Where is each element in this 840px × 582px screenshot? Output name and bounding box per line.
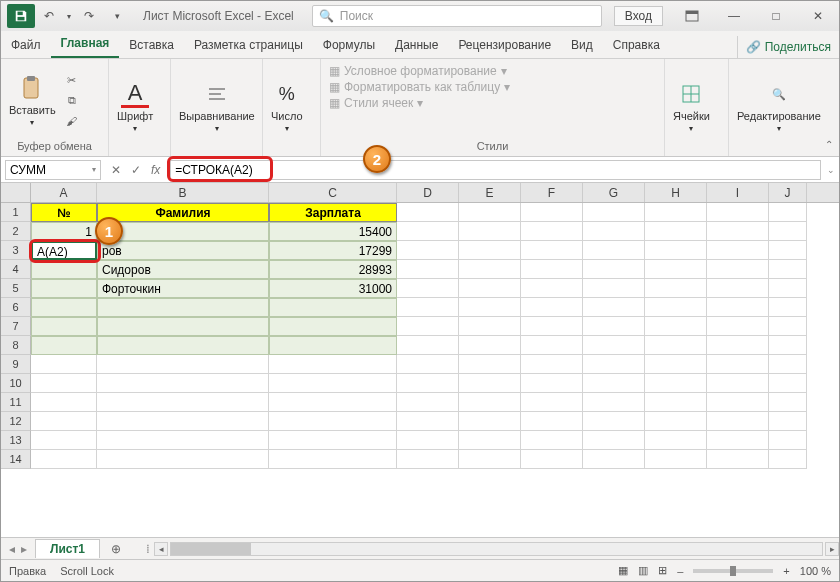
cell[interactable] bbox=[769, 298, 807, 317]
cell[interactable] bbox=[459, 412, 521, 431]
cell-C2[interactable]: 15400 bbox=[269, 222, 397, 241]
tab-home[interactable]: Главная bbox=[51, 30, 120, 58]
cell[interactable] bbox=[645, 336, 707, 355]
cell[interactable] bbox=[269, 450, 397, 469]
hdr-name[interactable]: Фамилия bbox=[97, 203, 269, 222]
cell[interactable] bbox=[707, 222, 769, 241]
cell[interactable] bbox=[769, 393, 807, 412]
cell[interactable] bbox=[583, 431, 645, 450]
cell-C5[interactable]: 31000 bbox=[269, 279, 397, 298]
row-header[interactable]: 6 bbox=[1, 298, 31, 317]
cell[interactable] bbox=[645, 431, 707, 450]
cell[interactable] bbox=[707, 393, 769, 412]
cell[interactable] bbox=[707, 298, 769, 317]
cell[interactable] bbox=[521, 431, 583, 450]
hscroll-thumb[interactable] bbox=[171, 543, 251, 555]
cell[interactable] bbox=[397, 412, 459, 431]
cell[interactable] bbox=[645, 393, 707, 412]
view-pagelayout-icon[interactable]: ▥ bbox=[638, 564, 648, 577]
col-D[interactable]: D bbox=[397, 183, 459, 202]
cell[interactable] bbox=[97, 298, 269, 317]
cell[interactable] bbox=[31, 317, 97, 336]
row-header[interactable]: 8 bbox=[1, 336, 31, 355]
cell-B2[interactable]: в bbox=[97, 222, 269, 241]
cell[interactable] bbox=[397, 203, 459, 222]
enter-icon[interactable]: ✓ bbox=[131, 163, 141, 177]
hscroll-left-icon[interactable]: ◂ bbox=[154, 542, 168, 556]
cell[interactable] bbox=[521, 298, 583, 317]
col-C[interactable]: C bbox=[269, 183, 397, 202]
cell[interactable] bbox=[583, 450, 645, 469]
cell[interactable] bbox=[269, 393, 397, 412]
view-normal-icon[interactable]: ▦ bbox=[618, 564, 628, 577]
zoom-in-icon[interactable]: + bbox=[783, 565, 789, 577]
row-header[interactable]: 7 bbox=[1, 317, 31, 336]
view-pagebreak-icon[interactable]: ⊞ bbox=[658, 564, 667, 577]
row-header[interactable]: 13 bbox=[1, 431, 31, 450]
redo-icon[interactable]: ↷ bbox=[75, 4, 103, 28]
sheet-nav-next-icon[interactable]: ▸ bbox=[21, 542, 27, 556]
cell[interactable] bbox=[707, 431, 769, 450]
cell[interactable] bbox=[645, 222, 707, 241]
cell[interactable] bbox=[459, 393, 521, 412]
cell[interactable] bbox=[269, 412, 397, 431]
cell[interactable] bbox=[397, 431, 459, 450]
cell-A4[interactable] bbox=[31, 260, 97, 279]
zoom-level[interactable]: 100 % bbox=[800, 565, 831, 577]
cell[interactable] bbox=[521, 355, 583, 374]
cell[interactable] bbox=[269, 355, 397, 374]
cell[interactable] bbox=[707, 279, 769, 298]
hdr-num[interactable]: № bbox=[31, 203, 97, 222]
cell[interactable] bbox=[583, 298, 645, 317]
cell[interactable] bbox=[645, 241, 707, 260]
formatpainter-icon[interactable]: 🖌 bbox=[62, 112, 82, 130]
cell[interactable] bbox=[707, 336, 769, 355]
cell[interactable] bbox=[645, 279, 707, 298]
undo-dropdown[interactable]: ▾ bbox=[63, 4, 75, 28]
cell[interactable] bbox=[769, 355, 807, 374]
search-box[interactable]: 🔍 Поиск bbox=[312, 5, 602, 27]
cell[interactable] bbox=[583, 222, 645, 241]
cell[interactable] bbox=[645, 298, 707, 317]
undo-icon[interactable]: ↶ bbox=[35, 4, 63, 28]
tab-pagelayout[interactable]: Разметка страницы bbox=[184, 32, 313, 58]
cell[interactable] bbox=[397, 241, 459, 260]
tab-data[interactable]: Данные bbox=[385, 32, 448, 58]
tab-view[interactable]: Вид bbox=[561, 32, 603, 58]
col-H[interactable]: H bbox=[645, 183, 707, 202]
cell[interactable] bbox=[397, 450, 459, 469]
col-A[interactable]: A bbox=[31, 183, 97, 202]
sheet-nav-prev-icon[interactable]: ◂ bbox=[9, 542, 15, 556]
cell[interactable] bbox=[769, 222, 807, 241]
cell[interactable] bbox=[521, 241, 583, 260]
cell[interactable] bbox=[459, 260, 521, 279]
cell[interactable] bbox=[583, 393, 645, 412]
cell[interactable] bbox=[31, 298, 97, 317]
sheet-tab-1[interactable]: Лист1 bbox=[35, 539, 100, 558]
cell[interactable] bbox=[459, 374, 521, 393]
cell[interactable] bbox=[269, 298, 397, 317]
cell[interactable] bbox=[459, 222, 521, 241]
cell[interactable] bbox=[97, 374, 269, 393]
cell[interactable] bbox=[707, 412, 769, 431]
cell[interactable] bbox=[97, 355, 269, 374]
cell[interactable] bbox=[97, 393, 269, 412]
cell[interactable] bbox=[269, 431, 397, 450]
cell[interactable] bbox=[645, 412, 707, 431]
cell[interactable] bbox=[521, 393, 583, 412]
cell[interactable] bbox=[521, 374, 583, 393]
cell[interactable] bbox=[769, 241, 807, 260]
cell[interactable] bbox=[397, 317, 459, 336]
cell[interactable] bbox=[31, 450, 97, 469]
cell[interactable] bbox=[31, 412, 97, 431]
cell[interactable] bbox=[707, 374, 769, 393]
cell[interactable] bbox=[583, 260, 645, 279]
col-I[interactable]: I bbox=[707, 183, 769, 202]
save-icon[interactable] bbox=[7, 4, 35, 28]
cell[interactable] bbox=[769, 374, 807, 393]
cell[interactable] bbox=[31, 431, 97, 450]
cell[interactable] bbox=[707, 355, 769, 374]
cell-A3-editing[interactable]: А(A2) bbox=[31, 241, 97, 260]
cell[interactable] bbox=[521, 222, 583, 241]
formula-input[interactable]: =СТРОКА(A2) bbox=[170, 160, 821, 180]
